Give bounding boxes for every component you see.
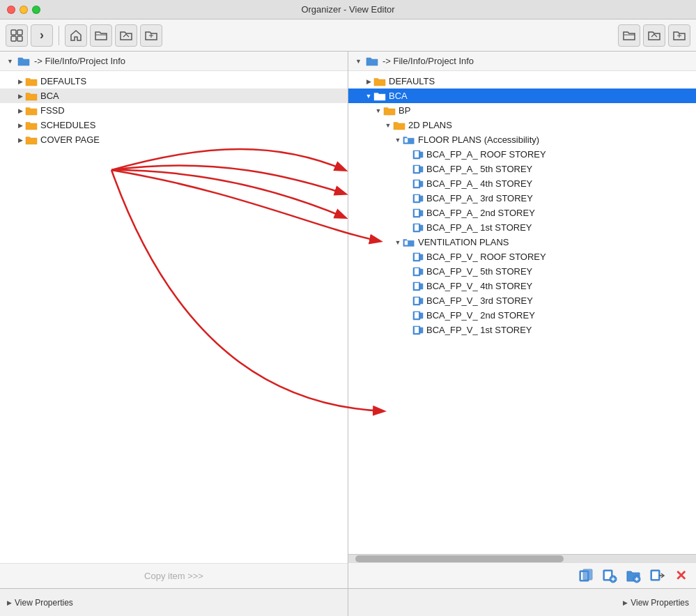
right-item-vp-5th[interactable]: BCA_FP_V_ 5th STOREY (348, 264, 696, 279)
r-vp-4th-label: BCA_FP_V_ 4th STOREY (426, 281, 532, 291)
r-vp-roof-label: BCA_FP_V_ ROOF STOREY (426, 252, 546, 262)
svg-rect-3 (17, 36, 22, 41)
right-item-vp-3rd[interactable]: BCA_FP_V_ 3rd STOREY (348, 293, 696, 308)
right-item-floor-plans[interactable]: FLOOR PLANS (Accessibility) (348, 132, 696, 147)
view-icon-vp-5th (412, 267, 424, 277)
right-vp-arrow[interactable]: ▶ (623, 599, 628, 606)
schedules-label: SCHEDULES (40, 120, 95, 130)
folder-icon-3[interactable] (140, 24, 162, 47)
copy-item-button[interactable]: Copy item >>> (144, 571, 203, 581)
view-icon-vp-4th (412, 282, 424, 291)
defaults-label: DEFAULTS (40, 76, 86, 86)
r-bp-folder-icon (383, 106, 396, 116)
r-ventilation-arrow[interactable] (393, 238, 403, 247)
r-defaults-label: DEFAULTS (389, 76, 435, 86)
house-icon[interactable] (65, 24, 87, 47)
r-defaults-folder-icon (373, 77, 386, 86)
svg-rect-35 (420, 298, 423, 304)
view-icon-fp-4th (412, 179, 424, 189)
left-tree: DEFAULTS BCA (0, 71, 348, 563)
title-bar: Organizer - View Editor (0, 0, 696, 20)
right-tree-arrow[interactable]: ▼ (355, 58, 362, 65)
delete-button[interactable]: ✕ (671, 566, 690, 585)
maximize-button[interactable] (32, 6, 40, 14)
right-item-fp-1st[interactable]: BCA_FP_A_ 1st STOREY (348, 220, 696, 235)
view-icon-fp-2nd (412, 208, 424, 218)
right-item-vp-roof[interactable]: BCA_FP_V_ ROOF STOREY (348, 249, 696, 264)
svg-rect-29 (420, 269, 423, 275)
folder-icon-2[interactable] (115, 24, 137, 47)
right-item-vp-1st[interactable]: BCA_FP_V_ 1st STOREY (348, 323, 696, 337)
r-vp-3rd-label: BCA_FP_V_ 3rd STOREY (426, 295, 533, 306)
r-floorplans-arrow[interactable] (393, 135, 403, 145)
right-folder-icon-3[interactable] (668, 24, 690, 47)
right-folder-icon-2[interactable] (643, 24, 665, 47)
right-item-fp-2nd[interactable]: BCA_FP_A_ 2nd STOREY (348, 206, 696, 220)
organize-icon[interactable] (6, 24, 28, 47)
view-icon-vp-roof (412, 252, 424, 262)
left-pane-title: -> File/Info/Project Info (34, 56, 125, 66)
r-ventilation-folder-icon (403, 238, 415, 247)
schedules-arrow[interactable] (15, 121, 25, 130)
svg-rect-16 (420, 196, 423, 201)
right-item-2d-plans[interactable]: 2D PLANS (348, 118, 696, 132)
minimize-button[interactable] (20, 6, 28, 14)
right-item-bp[interactable]: BP (348, 103, 696, 118)
r-bp-arrow[interactable] (373, 106, 383, 116)
right-item-ventilation[interactable]: VENTILATION PLANS (348, 235, 696, 249)
svg-rect-23 (405, 240, 408, 245)
left-item-bca[interactable]: BCA (0, 88, 348, 103)
left-item-defaults[interactable]: DEFAULTS (0, 74, 348, 88)
svg-rect-2 (11, 36, 16, 41)
svg-rect-18 (415, 210, 419, 216)
right-item-fp-roof[interactable]: BCA_FP_A_ ROOF STOREY (348, 147, 696, 162)
svg-rect-9 (415, 166, 419, 172)
svg-rect-6 (415, 151, 419, 157)
r-bca-arrow[interactable] (364, 91, 373, 101)
right-folder-icon-1[interactable] (618, 24, 640, 47)
r-defaults-arrow[interactable] (364, 77, 373, 86)
cover-page-arrow[interactable] (15, 135, 25, 145)
add-folder-button[interactable] (624, 566, 643, 585)
view-icon-fp-1st (412, 223, 424, 233)
svg-rect-12 (415, 180, 419, 187)
main-wrapper: ▼ -> File/Info/Project Info (0, 52, 696, 588)
defaults-arrow[interactable] (15, 77, 25, 86)
svg-rect-21 (415, 224, 419, 231)
svg-rect-15 (415, 195, 419, 201)
right-item-fp-4th[interactable]: BCA_FP_A_ 4th STOREY (348, 176, 696, 191)
left-view-properties[interactable]: ▶ View Properties (7, 598, 73, 608)
left-tree-arrow[interactable]: ▼ (7, 58, 13, 65)
right-vp-label: View Properties (631, 598, 689, 608)
r-floorplans-folder-icon (403, 135, 415, 145)
bca-folder-icon (25, 91, 38, 101)
scrollbar-thumb[interactable] (355, 555, 564, 562)
r-fp-1st-label: BCA_FP_A_ 1st STOREY (426, 222, 532, 233)
svg-rect-28 (415, 268, 419, 275)
left-vp-label: View Properties (15, 598, 73, 608)
copy-views-button[interactable] (576, 566, 596, 585)
move-button[interactable] (647, 566, 667, 585)
right-view-properties[interactable]: ▶ View Properties (623, 598, 689, 608)
bca-arrow[interactable] (15, 91, 25, 101)
left-vp-arrow[interactable]: ▶ (7, 599, 12, 606)
right-item-fp-3rd[interactable]: BCA_FP_A_ 3rd STOREY (348, 191, 696, 206)
svg-rect-37 (415, 312, 419, 318)
fssd-arrow[interactable] (15, 106, 25, 116)
right-scrollbar[interactable] (348, 554, 696, 562)
left-item-schedules[interactable]: SCHEDULES (0, 118, 348, 132)
right-item-vp-2nd[interactable]: BCA_FP_V_ 2nd STOREY (348, 308, 696, 323)
folder-icon-1[interactable] (90, 24, 112, 47)
right-item-vp-4th[interactable]: BCA_FP_V_ 4th STOREY (348, 279, 696, 293)
separator (59, 26, 59, 45)
add-views-button[interactable] (600, 566, 619, 585)
right-item-fp-5th[interactable]: BCA_FP_A_ 5th STOREY (348, 162, 696, 176)
expand-arrow-btn[interactable]: › (31, 24, 53, 47)
left-item-fssd[interactable]: FSSD (0, 103, 348, 118)
left-item-cover-page[interactable]: COVER PAGE (0, 132, 348, 147)
right-item-bca[interactable]: BCA (348, 88, 696, 103)
close-button[interactable] (7, 6, 15, 14)
r-2dplans-arrow[interactable] (383, 121, 393, 130)
right-item-defaults[interactable]: DEFAULTS (348, 74, 696, 88)
view-icon-fp-5th (412, 164, 424, 174)
